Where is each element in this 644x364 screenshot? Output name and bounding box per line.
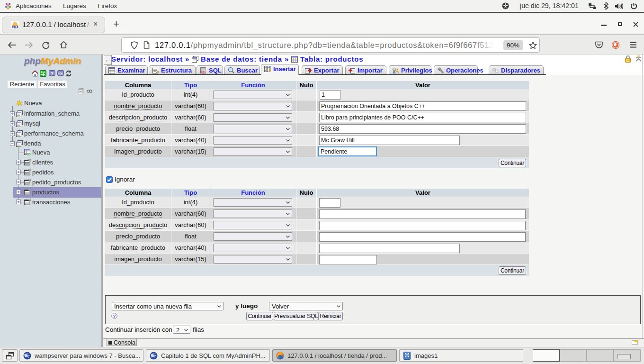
svg-text:SQL: SQL	[58, 72, 64, 75]
svg-text:?: ?	[51, 71, 54, 76]
svg-text:PMA: PMA	[12, 26, 18, 29]
svg-text:SQL: SQL	[200, 71, 206, 73]
svg-text:?: ?	[113, 314, 116, 318]
svg-text:Exit: Exit	[41, 71, 45, 73]
